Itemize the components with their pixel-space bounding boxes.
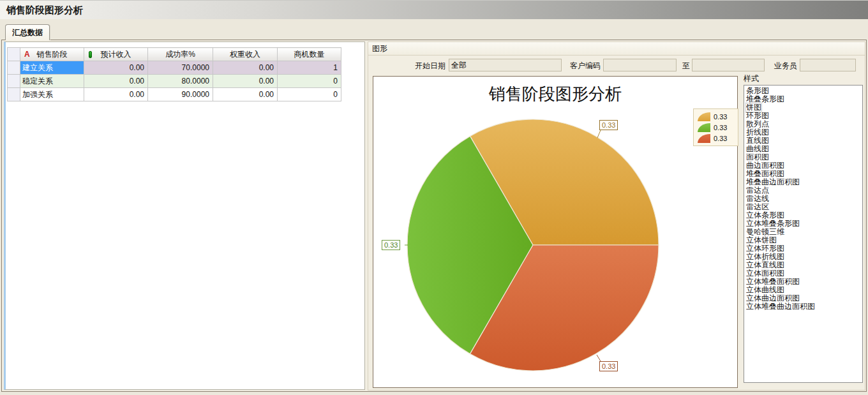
graph-groupbox: 图形 开始日期 客户编码 至 业务员 销售阶段图形分析 [368,41,865,391]
summary-table-panel: A 销售阶段 预计收入 成功率% 权重收入 商机数量 [4,41,365,390]
filter-row: 开始日期 客户编码 至 业务员 [368,58,865,72]
cell-stage[interactable]: 加强关系 [20,88,84,101]
content-panel: A 销售阶段 预计收入 成功率% 权重收入 商机数量 [1,40,867,392]
table-row: 加强关系 0.00 90.0000 0.00 0 [8,88,341,101]
tab-summary-data[interactable]: 汇总数据 [5,24,50,40]
legend-item: 0.33 [698,123,734,132]
customer-code-label: 客户编码 [565,61,601,71]
start-date-label: 开始日期 [403,61,445,71]
chart-legend: 0.33 0.33 0.33 [693,108,738,146]
column-header-count[interactable]: 商机数量 [278,48,341,61]
app-window: 销售阶段图形分析 汇总数据 A 销售阶段 预 [0,0,868,395]
legend-swatch-red-icon [698,134,710,143]
callout-line-red [597,355,601,361]
cell-weighted[interactable]: 0.00 [213,61,278,75]
customer-code-to-input[interactable] [692,59,765,71]
row-indicator[interactable] [8,61,20,75]
legend-swatch-green-icon [698,123,710,132]
sales-stage-table: A 销售阶段 预计收入 成功率% 权重收入 商机数量 [7,47,341,101]
cell-rate[interactable]: 80.0000 [148,75,213,88]
slice-value-label: 0.33 [599,361,618,371]
style-list-item[interactable]: 立体堆叠曲边面积图 [746,302,815,311]
column-header-rate[interactable]: 成功率% [148,48,213,61]
start-date-input[interactable] [449,59,562,71]
cell-expected[interactable]: 0.00 [84,75,148,88]
green-marker-icon [89,51,92,58]
cell-count[interactable]: 0 [278,75,341,88]
cell-weighted[interactable]: 0.00 [213,88,278,101]
title-bar: 销售阶段图形分析 [0,0,868,19]
graph-caption: 图形 [368,42,865,56]
to-label: 至 [681,61,690,71]
legend-item: 0.33 [698,112,734,121]
table-row: 建立关系 0.00 70.0000 0.00 1 [8,61,341,75]
pie-chart-svg [373,77,737,387]
pie-chart-area: 销售阶段图形分析 [373,76,738,388]
table-header-row: A 销售阶段 预计收入 成功率% 权重收入 商机数量 [8,48,341,61]
column-header-stage[interactable]: A 销售阶段 [20,48,84,61]
row-indicator[interactable] [8,88,20,101]
row-indicator-header [8,48,20,61]
cell-rate[interactable]: 70.0000 [148,61,213,75]
salesman-input[interactable] [800,59,856,71]
cell-expected[interactable]: 0.00 [84,61,148,75]
column-header-expected[interactable]: 预计收入 [84,48,148,61]
style-listbox[interactable]: 条形图 堆叠条形图 饼图 环形图 散列点 折线图 直线图 曲线图 面积图 曲边面… [744,85,863,383]
salesman-label: 业务员 [769,61,797,71]
tab-label: 汇总数据 [12,27,43,38]
row-indicator[interactable] [8,75,20,88]
table-row: 稳定关系 0.00 80.0000 0.00 0 [8,75,341,88]
slice-value-label: 0.33 [599,120,618,130]
legend-swatch-gold-icon [698,112,710,121]
cell-weighted[interactable]: 0.00 [213,75,278,88]
cell-count[interactable]: 0 [278,88,341,101]
cell-stage[interactable]: 稳定关系 [20,75,84,88]
customer-code-from-input[interactable] [603,59,677,71]
cell-count[interactable]: 1 [278,61,341,75]
legend-item: 0.33 [698,134,734,143]
page-title: 销售阶段图形分析 [6,4,83,17]
cell-rate[interactable]: 90.0000 [148,88,213,101]
callout-line-gold [597,130,601,138]
style-caption: 样式 [744,73,759,84]
cell-stage-selected[interactable]: 建立关系 [20,61,84,75]
slice-value-label: 0.33 [382,240,400,250]
sort-a-icon: A [24,50,30,59]
cell-expected[interactable]: 0.00 [84,88,148,101]
column-header-weighted[interactable]: 权重收入 [213,48,278,61]
